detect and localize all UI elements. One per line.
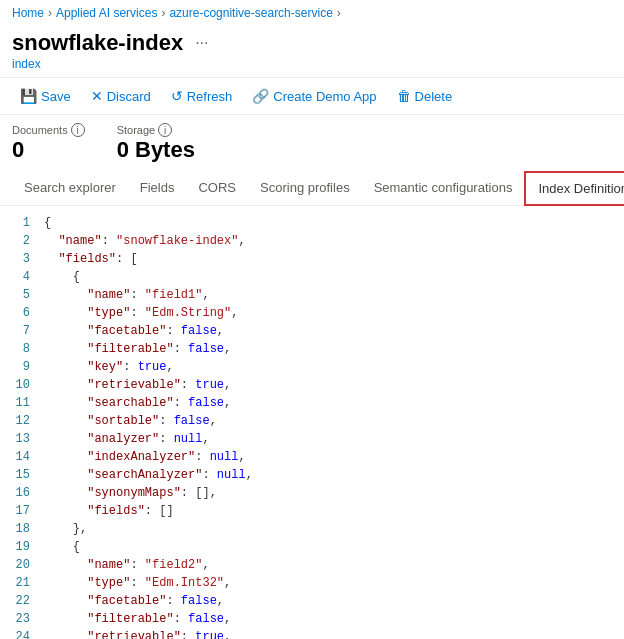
code-line: "searchable": false, [44, 394, 616, 412]
save-icon: 💾 [20, 88, 37, 104]
documents-label: Documents i [12, 123, 85, 137]
breadcrumb-home[interactable]: Home [12, 6, 44, 20]
refresh-button[interactable]: ↺ Refresh [163, 84, 241, 108]
line-number: 14 [0, 448, 40, 466]
line-number: 1 [0, 214, 40, 232]
toolbar: 💾 Save ✕ Discard ↺ Refresh 🔗 Create Demo… [0, 77, 624, 115]
breadcrumb-applied-ai[interactable]: Applied AI services [56, 6, 157, 20]
documents-stat: Documents i 0 [12, 123, 85, 163]
code-line: "searchAnalyzer": null, [44, 466, 616, 484]
storage-label: Storage i [117, 123, 195, 137]
code-line: { [44, 268, 616, 286]
line-number: 9 [0, 358, 40, 376]
line-number: 22 [0, 592, 40, 610]
line-number: 17 [0, 502, 40, 520]
code-line: "fields": [ [44, 250, 616, 268]
code-line: "name": "field2", [44, 556, 616, 574]
delete-icon: 🗑 [397, 88, 411, 104]
line-number: 21 [0, 574, 40, 592]
refresh-icon: ↺ [171, 88, 183, 104]
code-line: "facetable": false, [44, 592, 616, 610]
line-number: 24 [0, 628, 40, 639]
line-number: 6 [0, 304, 40, 322]
breadcrumb-sep-3: › [337, 6, 341, 20]
line-number: 15 [0, 466, 40, 484]
code-line: "filterable": false, [44, 610, 616, 628]
page-header: snowflake-index ··· index [0, 26, 624, 77]
line-number: 3 [0, 250, 40, 268]
refresh-label: Refresh [187, 89, 233, 104]
tab-semantic-configurations[interactable]: Semantic configurations [362, 172, 525, 205]
code-line: "analyzer": null, [44, 430, 616, 448]
discard-icon: ✕ [91, 88, 103, 104]
tabs: Search explorer Fields CORS Scoring prof… [0, 171, 624, 206]
code-line: "sortable": false, [44, 412, 616, 430]
page-title-container: snowflake-index ··· [12, 30, 612, 56]
code-line: "retrievable": true, [44, 376, 616, 394]
line-number: 5 [0, 286, 40, 304]
code-line: "key": true, [44, 358, 616, 376]
save-button[interactable]: 💾 Save [12, 84, 79, 108]
page-title: snowflake-index [12, 30, 183, 56]
line-number: 12 [0, 412, 40, 430]
code-line: { [44, 214, 616, 232]
tab-cors[interactable]: CORS [186, 172, 248, 205]
code-line: "type": "Edm.String", [44, 304, 616, 322]
line-number: 19 [0, 538, 40, 556]
breadcrumb-search-service[interactable]: azure-cognitive-search-service [169, 6, 332, 20]
delete-button[interactable]: 🗑 Delete [389, 84, 461, 108]
ellipsis-button[interactable]: ··· [191, 34, 212, 52]
page-subtitle: index [12, 57, 612, 71]
delete-label: Delete [415, 89, 453, 104]
line-number: 20 [0, 556, 40, 574]
code-line: "name": "snowflake-index", [44, 232, 616, 250]
discard-label: Discard [107, 89, 151, 104]
code-line: "retrievable": true, [44, 628, 616, 639]
line-number: 18 [0, 520, 40, 538]
line-number: 4 [0, 268, 40, 286]
code-line: "facetable": false, [44, 322, 616, 340]
line-number: 13 [0, 430, 40, 448]
tab-fields[interactable]: Fields [128, 172, 187, 205]
documents-value: 0 [12, 137, 85, 163]
code-line: "name": "field1", [44, 286, 616, 304]
line-number: 10 [0, 376, 40, 394]
code-line: "fields": [] [44, 502, 616, 520]
line-numbers: 1234567891011121314151617181920212223242… [0, 206, 40, 639]
code-line: "indexAnalyzer": null, [44, 448, 616, 466]
create-demo-label: Create Demo App [273, 89, 376, 104]
breadcrumb: Home › Applied AI services › azure-cogni… [0, 0, 624, 26]
stats-bar: Documents i 0 Storage i 0 Bytes [0, 115, 624, 171]
line-number: 2 [0, 232, 40, 250]
code-line: "synonymMaps": [], [44, 484, 616, 502]
discard-button[interactable]: ✕ Discard [83, 84, 159, 108]
storage-info-icon[interactable]: i [158, 123, 172, 137]
code-line: }, [44, 520, 616, 538]
create-demo-icon: 🔗 [252, 88, 269, 104]
line-number: 8 [0, 340, 40, 358]
code-line: "type": "Edm.Int32", [44, 574, 616, 592]
tab-search-explorer[interactable]: Search explorer [12, 172, 128, 205]
breadcrumb-sep-1: › [48, 6, 52, 20]
code-content[interactable]: { "name": "snowflake-index", "fields": [… [40, 206, 624, 639]
line-number: 7 [0, 322, 40, 340]
line-number: 16 [0, 484, 40, 502]
line-number: 23 [0, 610, 40, 628]
breadcrumb-sep-2: › [161, 6, 165, 20]
line-number: 11 [0, 394, 40, 412]
code-line: { [44, 538, 616, 556]
code-line: "filterable": false, [44, 340, 616, 358]
storage-stat: Storage i 0 Bytes [117, 123, 195, 163]
storage-value: 0 Bytes [117, 137, 195, 163]
tab-scoring-profiles[interactable]: Scoring profiles [248, 172, 362, 205]
create-demo-button[interactable]: 🔗 Create Demo App [244, 84, 384, 108]
save-label: Save [41, 89, 71, 104]
tab-index-definition[interactable]: Index Definition (JSON) [524, 171, 624, 206]
code-editor: 1234567891011121314151617181920212223242… [0, 206, 624, 639]
documents-info-icon[interactable]: i [71, 123, 85, 137]
